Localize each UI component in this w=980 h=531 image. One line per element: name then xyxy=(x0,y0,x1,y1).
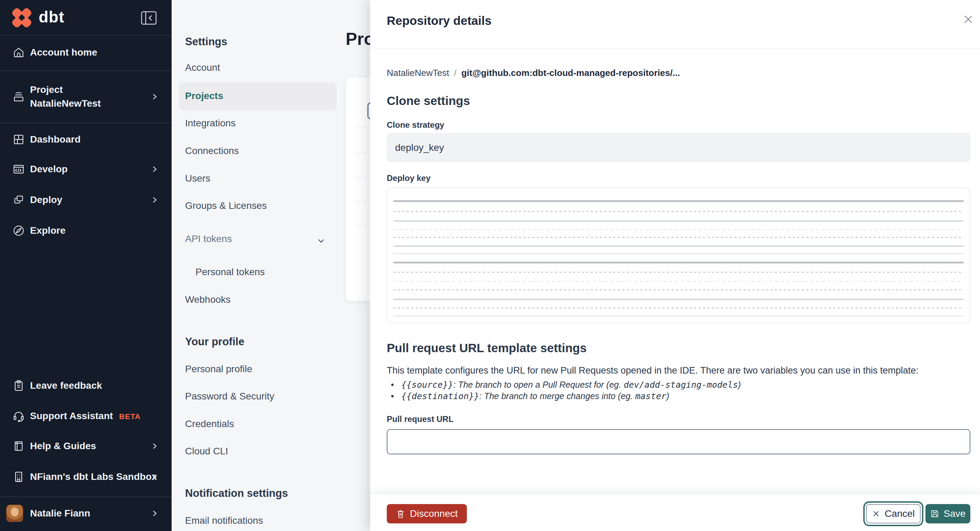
save-disk-icon xyxy=(930,509,939,518)
dbt-logo-icon xyxy=(10,6,33,29)
sidebar-item-deploy[interactable]: Deploy xyxy=(0,194,172,206)
sidebar-item-support-assistant[interactable]: Support AssistantBETA xyxy=(0,410,172,422)
explore-compass-icon xyxy=(13,224,25,237)
settings-nav-notification-title: Notification settings xyxy=(185,487,288,499)
book-icon xyxy=(13,440,25,452)
sidebar-item-dashboard[interactable]: Dashboard xyxy=(0,133,172,146)
sidebar-item-account-home[interactable]: Account home xyxy=(0,46,172,59)
chevron-right-icon xyxy=(151,196,159,204)
deploy-key-redacted[interactable] xyxy=(387,188,970,323)
settings-nav-integrations[interactable]: Integrations xyxy=(185,118,235,129)
settings-nav-profile-title: Your profile xyxy=(185,335,245,348)
settings-nav-connections[interactable]: Connections xyxy=(185,145,239,156)
breadcrumb-project[interactable]: NatalieNewTest xyxy=(387,68,449,78)
clone-strategy-input[interactable] xyxy=(387,133,970,162)
sidebar-item-label: Help & Guides xyxy=(30,440,96,452)
sidebar-item-explore[interactable]: Explore xyxy=(0,224,172,237)
deploy-key-label: Deploy key xyxy=(387,173,431,183)
beta-badge: BETA xyxy=(119,412,140,421)
cancel-button[interactable]: Cancel xyxy=(866,504,921,523)
chevron-right-icon xyxy=(151,509,159,518)
sidebar-item-label: Project NatalieNewTest xyxy=(30,83,101,110)
repository-details-drawer: Repository details NatalieNewTest/git@gi… xyxy=(370,0,980,531)
sidebar-item-develop[interactable]: Develop xyxy=(0,163,172,175)
dbt-logo-text: dbt xyxy=(39,7,65,26)
collapse-sidebar-icon[interactable] xyxy=(141,11,157,25)
sidebar-item-label: Develop xyxy=(30,164,68,175)
sidebar-item-sandbox-account[interactable]: NFiann's dbt Labs Sandbox xyxy=(0,471,172,483)
sidebar-item-project[interactable]: Project NatalieNewTest xyxy=(0,83,172,110)
sidebar-logo-row: dbt xyxy=(0,0,172,35)
sidebar-item-label: Dashboard xyxy=(30,134,80,145)
breadcrumb: NatalieNewTest/git@github.com:dbt-cloud-… xyxy=(387,68,680,78)
chevron-right-icon xyxy=(151,92,159,101)
develop-code-icon xyxy=(13,163,25,175)
settings-nav-personal-tokens[interactable]: Personal tokens xyxy=(196,267,265,278)
dashboard-icon xyxy=(13,133,25,146)
sidebar-item-label: Deploy xyxy=(30,194,62,205)
settings-nav-email-notifications[interactable]: Email notifications xyxy=(185,515,263,526)
settings-nav-password-security[interactable]: Password & Security xyxy=(185,391,274,402)
settings-nav-users[interactable]: Users xyxy=(185,173,210,184)
sidebar-user-menu[interactable]: Natalie Fiann xyxy=(0,507,172,520)
drawer-header: Repository details xyxy=(370,0,980,49)
pr-url-input[interactable] xyxy=(387,429,970,454)
building-icon xyxy=(13,471,25,483)
sidebar-item-label: Leave feedback xyxy=(30,380,102,391)
sidebar-item-label: Account home xyxy=(30,47,97,58)
sidebar-item-label: Explore xyxy=(30,225,65,236)
chevron-right-icon xyxy=(151,165,159,173)
sidebar-item-label: NFiann's dbt Labs Sandbox xyxy=(30,471,157,482)
settings-nav-personal-profile[interactable]: Personal profile xyxy=(185,364,253,375)
settings-nav-account[interactable]: Account xyxy=(185,62,220,73)
sidebar-item-leave-feedback[interactable]: Leave feedback xyxy=(0,380,172,392)
pr-url-label: Pull request URL xyxy=(387,414,453,424)
user-avatar[interactable] xyxy=(6,505,23,522)
trash-icon xyxy=(396,509,406,518)
drawer-footer: Disconnect Cancel Save xyxy=(370,494,980,531)
sidebar: dbt Account home Project NatalieNewTest xyxy=(0,0,172,531)
chevron-down-icon[interactable] xyxy=(317,236,326,245)
headset-icon xyxy=(13,410,25,422)
close-icon[interactable] xyxy=(962,13,974,25)
pr-template-bullet-destination: •{{destination}}: The branch to merge ch… xyxy=(391,391,669,401)
drawer-title: Repository details xyxy=(387,14,492,28)
breadcrumb-repo: git@github.com:dbt-cloud-managed-reposit… xyxy=(461,68,680,78)
clone-settings-heading: Clone settings xyxy=(387,94,470,108)
project-archive-icon xyxy=(13,91,25,103)
chevron-right-icon xyxy=(151,442,159,450)
settings-nav-cloud-cli[interactable]: Cloud CLI xyxy=(185,446,228,457)
x-icon xyxy=(872,510,880,518)
deploy-icon xyxy=(13,194,25,206)
pr-template-heading: Pull request URL template settings xyxy=(387,341,587,355)
settings-nav-webhooks[interactable]: Webhooks xyxy=(185,294,231,305)
clone-strategy-label: Clone strategy xyxy=(387,120,444,130)
home-icon xyxy=(13,46,25,59)
settings-nav-api-tokens[interactable]: API tokens xyxy=(185,234,232,245)
user-name: Natalie Fiann xyxy=(30,508,90,519)
settings-nav-credentials[interactable]: Credentials xyxy=(185,418,234,429)
save-button[interactable]: Save xyxy=(926,504,970,523)
sidebar-item-help-guides[interactable]: Help & Guides xyxy=(0,440,172,452)
pr-template-description: This template configures the URL for new… xyxy=(387,365,918,376)
settings-nav-title: Settings xyxy=(185,35,227,48)
settings-nav-groups-licenses[interactable]: Groups & Licenses xyxy=(185,200,267,211)
clipboard-icon xyxy=(13,380,25,392)
pr-template-bullet-source: •{{source}}: The branch to open a Pull R… xyxy=(391,380,741,390)
settings-nav-projects[interactable]: Projects xyxy=(185,91,223,102)
sidebar-item-label: Support AssistantBETA xyxy=(30,410,140,421)
chevron-right-icon xyxy=(151,473,159,481)
disconnect-button[interactable]: Disconnect xyxy=(387,504,467,523)
